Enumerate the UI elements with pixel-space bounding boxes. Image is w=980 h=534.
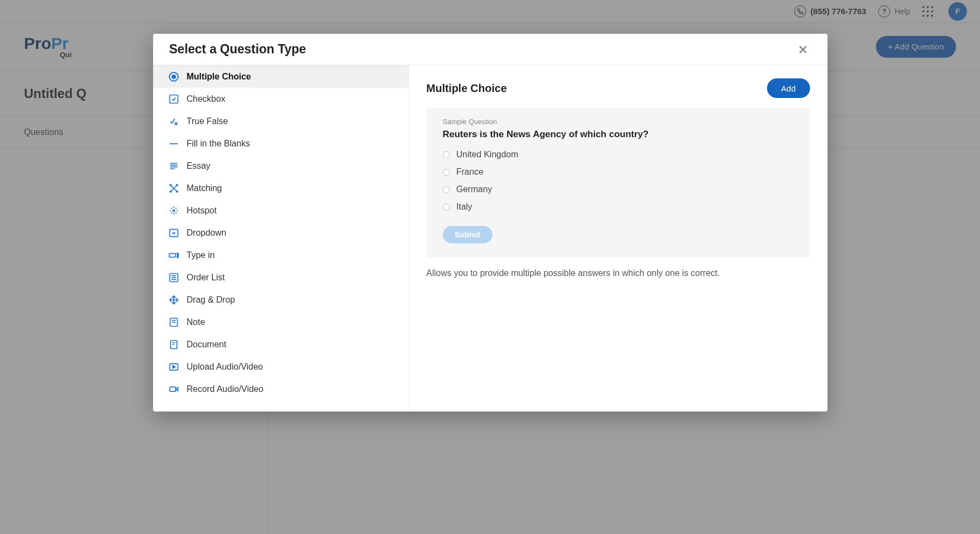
radio-icon[interactable] — [443, 151, 450, 158]
qtype-item-true-false[interactable]: True False — [153, 110, 409, 132]
checkbox-icon — [168, 94, 179, 105]
essay-icon — [168, 161, 179, 171]
add-button[interactable]: Add — [767, 78, 810, 98]
preview-header: Multiple Choice Add — [427, 78, 810, 98]
qtype-label: Drag & Drop — [187, 295, 235, 305]
qtype-item-hotspot[interactable]: Hotspot — [153, 199, 409, 222]
truefalse-icon — [168, 116, 179, 127]
modal-header: Select a Question Type — [153, 34, 827, 65]
qtype-item-dropdown[interactable]: Dropdown — [153, 222, 409, 244]
qtype-item-matching[interactable]: Matching — [153, 177, 409, 199]
qtype-item-fill-blanks[interactable]: Fill in the Blanks — [153, 132, 409, 155]
matching-icon — [168, 183, 179, 194]
document-icon — [168, 339, 179, 350]
qtype-item-upload-av[interactable]: Upload Audio/Video — [153, 355, 409, 378]
modal-title: Select a Question Type — [169, 42, 306, 57]
typein-icon — [168, 250, 179, 261]
hotspot-icon — [168, 205, 179, 216]
sample-card: Sample Question Reuters is the News Agen… — [427, 108, 810, 257]
radio-icon[interactable] — [443, 169, 450, 176]
option-label: United Kingdom — [456, 150, 519, 159]
qtype-label: Document — [187, 340, 227, 349]
note-icon — [168, 317, 179, 328]
qtype-label: Type in — [187, 250, 215, 260]
qtype-item-checkbox[interactable]: Checkbox — [153, 88, 409, 110]
svg-rect-0 — [169, 95, 178, 103]
svg-rect-7 — [169, 253, 175, 257]
qtype-item-order-list[interactable]: Order List — [153, 266, 409, 289]
option-row[interactable]: United Kingdom — [443, 150, 794, 159]
option-label: France — [456, 167, 484, 177]
close-icon[interactable] — [795, 41, 811, 58]
option-row[interactable]: France — [443, 167, 794, 177]
upload-icon — [168, 361, 179, 372]
preview-title: Multiple Choice — [427, 82, 507, 95]
option-label: Italy — [456, 202, 472, 212]
qtype-label: Essay — [187, 161, 211, 171]
svg-point-5 — [173, 210, 174, 211]
qtype-label: Note — [187, 317, 205, 327]
qtype-item-record-av[interactable]: Record Audio/Video — [153, 378, 409, 400]
qtype-label: Multiple Choice — [187, 72, 251, 82]
qtype-item-essay[interactable]: Essay — [153, 155, 409, 177]
option-row[interactable]: Germany — [443, 185, 794, 194]
question-type-list[interactable]: Multiple ChoiceCheckboxTrue FalseFill in… — [153, 65, 409, 412]
qtype-label: Dropdown — [187, 228, 227, 238]
qtype-item-note[interactable]: Note — [153, 311, 409, 333]
modal-body: Multiple ChoiceCheckboxTrue FalseFill in… — [153, 65, 827, 412]
qtype-label: Record Audio/Video — [187, 384, 264, 394]
dropdown-icon — [168, 228, 179, 238]
line-icon — [168, 138, 179, 149]
submit-button: Submit — [443, 226, 492, 243]
qtype-label: Checkbox — [187, 94, 226, 104]
qtype-item-document[interactable]: Document — [153, 333, 409, 355]
modal: Select a Question Type Multiple ChoiceCh… — [153, 34, 827, 412]
preview-pane: Multiple Choice Add Sample Question Reut… — [409, 65, 827, 412]
option-label: Germany — [456, 185, 492, 194]
qtype-label: Fill in the Blanks — [187, 139, 251, 149]
qtype-label: Upload Audio/Video — [187, 362, 263, 372]
qtype-label: Matching — [187, 183, 222, 193]
orderlist-icon — [168, 272, 179, 283]
radio-icon[interactable] — [443, 204, 450, 211]
sample-label: Sample Question — [443, 118, 794, 126]
option-row[interactable]: Italy — [443, 202, 794, 212]
svg-rect-12 — [169, 386, 175, 391]
radio-icon[interactable] — [443, 186, 450, 193]
qtype-label: Order List — [187, 273, 225, 283]
qtype-item-multiple-choice[interactable]: Multiple Choice — [153, 65, 409, 88]
qtype-item-drag-drop[interactable]: Drag & Drop — [153, 289, 409, 311]
record-icon — [168, 384, 179, 395]
qtype-label: Hotspot — [187, 206, 217, 216]
qtype-label: True False — [187, 116, 228, 126]
radio-icon — [168, 71, 179, 82]
sample-question: Reuters is the News Agency of which coun… — [443, 129, 794, 140]
preview-description: Allows you to provide multiple possible … — [427, 268, 810, 278]
dragdrop-icon — [168, 294, 179, 305]
qtype-item-type-in[interactable]: Type in — [153, 244, 409, 266]
modal-overlay: Select a Question Type Multiple ChoiceCh… — [0, 0, 980, 534]
